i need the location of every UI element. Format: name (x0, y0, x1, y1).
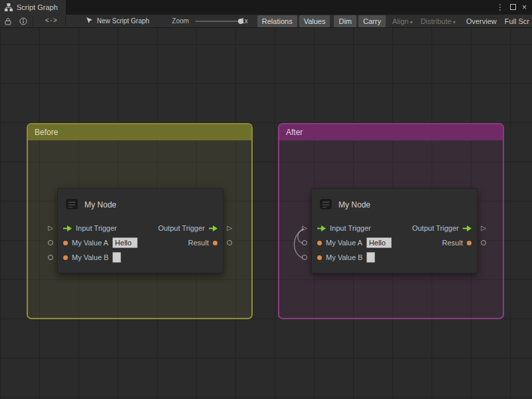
flow-output-port[interactable]: ▷ (481, 225, 486, 231)
graph-canvas[interactable]: Before ▷ ▷ My Node Input Trigger (0, 28, 532, 399)
tab-script-graph[interactable]: Script Graph (0, 0, 66, 15)
node-row: My Value B (312, 250, 477, 265)
code-icon[interactable]: <·> (45, 17, 57, 25)
group-after[interactable]: After ▷ ▷ My Node (278, 123, 504, 319)
node-title: My Node (84, 200, 116, 209)
fullscreen-button[interactable]: Full Scr (502, 16, 532, 27)
value-b-port[interactable] (302, 255, 307, 260)
value-port-icon[interactable] (317, 241, 322, 245)
flow-arrow-icon[interactable] (63, 225, 72, 231)
lock-icon[interactable] (5, 17, 11, 25)
flow-arrow-icon[interactable] (317, 225, 326, 231)
toolbar-divider (65, 17, 66, 26)
node-row: Input Trigger Output Trigger (58, 221, 223, 235)
overview-button[interactable]: Overview (464, 16, 499, 27)
port-label-result: Result (188, 239, 209, 247)
unit-icon (65, 198, 78, 213)
tab-title: Script Graph (17, 3, 58, 11)
flow-arrow-icon[interactable] (209, 225, 217, 231)
port-label-input-trigger: Input Trigger (330, 224, 371, 232)
port-label-input-trigger: Input Trigger (76, 224, 117, 232)
result-port[interactable] (227, 240, 232, 245)
group-before[interactable]: Before ▷ ▷ My Node Input Trigger (27, 123, 253, 319)
port-label-value-b: My Value B (326, 253, 362, 261)
tab-bar: Script Graph ⋮ × (0, 0, 532, 15)
carry-button[interactable]: Carry (358, 15, 386, 27)
flow-input-port[interactable]: ▷ (48, 225, 53, 231)
flow-input-port[interactable]: ▷ (302, 225, 307, 231)
flow-arrow-icon[interactable] (463, 225, 471, 231)
node-row: Input Trigger Output Trigger (312, 221, 477, 235)
group-after-title: After (286, 128, 303, 137)
port-label-output-trigger: Output Trigger (158, 224, 205, 232)
value-a-input[interactable] (112, 237, 138, 248)
port-label-output-trigger: Output Trigger (412, 224, 459, 232)
kebab-menu-icon[interactable]: ⋮ (496, 3, 504, 11)
value-b-input[interactable] (366, 252, 375, 263)
port-label-value-a: My Value A (326, 239, 362, 247)
flow-output-port[interactable]: ▷ (227, 225, 232, 231)
node-header[interactable]: My Node (58, 189, 223, 221)
node-title: My Node (338, 200, 370, 209)
relations-button[interactable]: Relations (257, 15, 297, 27)
value-port-icon[interactable] (63, 255, 68, 260)
distribute-label: Distribute (420, 17, 451, 25)
toolbar-divider (33, 17, 33, 26)
value-a-port[interactable] (302, 240, 307, 245)
value-port-icon[interactable] (317, 255, 322, 260)
value-b-input[interactable] (112, 252, 121, 263)
value-b-port[interactable] (48, 255, 53, 260)
node-my-node[interactable]: My Node Input Trigger Output Trigger (57, 188, 223, 273)
group-before-header[interactable]: Before (28, 124, 251, 140)
zoom-label: Zoom (172, 17, 190, 25)
align-label: Align (392, 17, 408, 25)
port-label-value-a: My Value A (72, 239, 108, 247)
info-icon[interactable] (19, 17, 27, 25)
value-port-icon[interactable] (467, 241, 471, 245)
value-port-icon[interactable] (213, 241, 217, 245)
chevron-down-icon: ▾ (410, 19, 412, 25)
node-header[interactable]: My Node (312, 189, 477, 221)
node-row: My Value B (58, 250, 223, 265)
unit-icon (319, 198, 332, 213)
value-a-port[interactable] (48, 240, 53, 245)
node-row: My Value A Result (312, 235, 477, 250)
maximize-icon[interactable] (510, 3, 516, 11)
script-graph-icon (5, 3, 13, 11)
graph-asset-icon (86, 17, 93, 25)
port-label-result: Result (442, 239, 463, 247)
node-row: My Value A Result (58, 235, 223, 250)
chevron-down-icon: ▾ (453, 19, 456, 25)
result-port[interactable] (481, 240, 486, 245)
node-my-node[interactable]: My Node Input Trigger Output Trigger (311, 188, 477, 273)
distribute-button[interactable]: Distribute▾ (418, 16, 458, 27)
dim-button[interactable]: Dim (334, 15, 356, 27)
values-button[interactable]: Values (299, 15, 331, 27)
zoom-slider-handle[interactable] (238, 19, 243, 24)
group-after-header[interactable]: After (279, 124, 503, 140)
window-controls: ⋮ × (496, 3, 532, 11)
value-port-icon[interactable] (63, 241, 68, 245)
close-icon[interactable]: × (522, 3, 527, 11)
zoom-slider[interactable] (196, 18, 238, 25)
group-before-title: Before (35, 128, 58, 137)
graph-name-label: New Script Graph (97, 17, 150, 25)
port-label-value-b: My Value B (72, 253, 108, 261)
graph-asset-button[interactable]: New Script Graph (86, 17, 150, 25)
graph-toolbar: <·> New Script Graph Zoom 1x Relations V… (0, 15, 532, 28)
align-button[interactable]: Align▾ (390, 16, 415, 27)
value-a-input[interactable] (366, 237, 392, 248)
